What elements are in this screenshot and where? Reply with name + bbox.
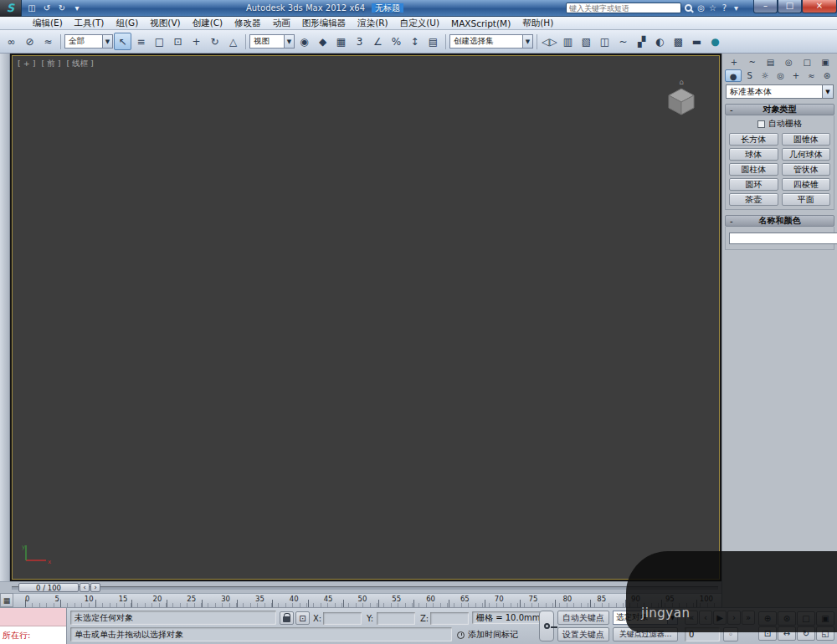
material-editor-button[interactable]: ◐: [651, 33, 669, 50]
tab-modify[interactable]: ~: [743, 56, 762, 69]
front-viewport[interactable]: [ + ][ 前 ][ 线框 ] ⌂ x: [12, 55, 720, 580]
window-crossing-toggle[interactable]: ⊡: [169, 33, 187, 50]
curve-editor-button[interactable]: ~: [614, 33, 632, 50]
z-coordinate-field[interactable]: [430, 612, 469, 625]
object-type-rollout-header[interactable]: - 对象类型: [725, 104, 834, 115]
menu-modifiers[interactable]: 修改器: [229, 18, 267, 29]
listener-pane[interactable]: 所在行:: [0, 626, 66, 644]
macro-recorder-pane[interactable]: [0, 608, 66, 626]
use-center-flyout-button[interactable]: ◉: [295, 33, 313, 50]
selection-filter-dropdown[interactable]: 全部 ▼: [64, 34, 113, 49]
select-and-scale-button[interactable]: △: [224, 33, 242, 50]
set-keys-button[interactable]: [539, 611, 554, 641]
y-coordinate-field[interactable]: [377, 612, 415, 625]
category-shapes[interactable]: S: [742, 69, 757, 82]
bind-to-space-warp-button[interactable]: ≈: [39, 33, 57, 50]
named-selection-sets-dropdown[interactable]: 创建选择集 ▼: [449, 34, 533, 49]
button-sphere[interactable]: 球体: [729, 148, 778, 161]
menu-create[interactable]: 创建(C): [187, 18, 229, 29]
mirror-button[interactable]: ◁▷: [541, 33, 558, 50]
select-and-link-button[interactable]: ∞: [3, 33, 20, 50]
angle-snap-button[interactable]: ∠: [369, 33, 387, 50]
category-lights[interactable]: ☼: [757, 69, 773, 82]
tab-motion[interactable]: ◎: [779, 56, 798, 69]
communication-center-button[interactable]: ◎: [696, 3, 706, 14]
save-button[interactable]: ◫: [25, 3, 39, 14]
tab-utilities[interactable]: ▣: [816, 56, 834, 69]
menu-help[interactable]: 帮助(H): [516, 18, 559, 29]
select-by-name-button[interactable]: ≡: [132, 33, 150, 50]
viewport-general-menu[interactable]: [ + ]: [18, 59, 35, 69]
select-and-rotate-button[interactable]: ↻: [206, 33, 223, 50]
select-object-button[interactable]: ↖: [114, 33, 131, 50]
button-torus[interactable]: 圆环: [729, 178, 778, 191]
category-cameras[interactable]: ◎: [773, 69, 788, 82]
menu-edit[interactable]: 编辑(E): [27, 18, 69, 29]
open-mini-curve-editor-button[interactable]: ▦: [0, 593, 13, 607]
layer-manager-button[interactable]: ▧: [578, 33, 595, 50]
set-key-toggle[interactable]: 设置关键点: [557, 627, 609, 641]
ribbon-toggle-button[interactable]: ◫: [596, 33, 614, 50]
tab-display[interactable]: □: [798, 56, 816, 69]
menu-tools[interactable]: 工具(T): [69, 18, 110, 29]
menu-customize[interactable]: 自定义(U): [394, 18, 445, 29]
button-cone[interactable]: 圆锥体: [782, 133, 831, 146]
button-cylinder[interactable]: 圆柱体: [729, 163, 778, 176]
category-helpers[interactable]: +: [788, 69, 804, 82]
menu-maxscript[interactable]: MAXScript(M): [445, 18, 516, 28]
undo-button[interactable]: ↺: [40, 3, 54, 14]
help-button[interactable]: ?: [719, 3, 730, 14]
rendered-frame-window-button[interactable]: ▬: [688, 33, 706, 50]
spinner-snap-button[interactable]: ↕: [406, 33, 424, 50]
render-production-button[interactable]: ●: [706, 33, 724, 50]
viewcube-cube-icon[interactable]: [665, 87, 697, 115]
viewport-pov-menu[interactable]: [ 前 ]: [41, 59, 60, 69]
autogrid-checkbox[interactable]: [757, 120, 765, 128]
quick-access-dropdown[interactable]: ▾: [70, 3, 84, 14]
snaps-toggle-button[interactable]: 3: [351, 33, 368, 50]
close-button[interactable]: ×: [802, 0, 837, 13]
add-time-tag[interactable]: 添加时间标记: [457, 629, 518, 641]
menu-group[interactable]: 组(G): [110, 18, 144, 29]
time-slider-handle[interactable]: 0 / 100: [18, 583, 79, 592]
search-input[interactable]: [567, 3, 680, 13]
viewport-shading-menu[interactable]: [ 线框 ]: [66, 59, 93, 69]
selection-lock-toggle[interactable]: [280, 611, 294, 625]
time-slider-track[interactable]: [12, 586, 718, 590]
absolute-mode-toggle[interactable]: ⊡: [295, 611, 310, 625]
render-setup-button[interactable]: ▩: [670, 33, 687, 50]
favorites-button[interactable]: ☆: [707, 3, 718, 14]
button-pyramid[interactable]: 四棱锥: [782, 178, 831, 191]
select-and-move-button[interactable]: +: [187, 33, 205, 50]
maximize-button[interactable]: □: [778, 0, 802, 13]
keyboard-override-toggle[interactable]: ▦: [332, 33, 350, 50]
button-geosphere[interactable]: 几何球体: [782, 148, 831, 161]
tab-hierarchy[interactable]: ▤: [762, 56, 780, 69]
schematic-view-button[interactable]: ▞: [633, 33, 650, 50]
next-key-button[interactable]: ›: [90, 583, 100, 592]
infocenter-dropdown[interactable]: ▾: [731, 3, 742, 14]
select-and-manipulate-button[interactable]: ◆: [314, 33, 331, 50]
object-name-field[interactable]: [729, 233, 837, 244]
application-menu-button[interactable]: S: [0, 0, 22, 17]
previous-key-button[interactable]: ‹: [80, 583, 90, 592]
button-tube[interactable]: 管状体: [782, 163, 831, 176]
name-color-rollout-header[interactable]: - 名称和颜色: [725, 215, 834, 227]
viewcube[interactable]: ⌂: [665, 78, 697, 118]
category-systems[interactable]: ⊛: [819, 69, 834, 82]
auto-key-toggle[interactable]: 自动关键点: [557, 611, 609, 625]
menu-views[interactable]: 视图(V): [144, 18, 186, 29]
category-space-warps[interactable]: ≈: [804, 69, 819, 82]
viewcube-home-icon[interactable]: ⌂: [665, 78, 697, 86]
percent-snap-button[interactable]: %: [388, 33, 405, 50]
rectangular-selection-region-button[interactable]: □: [151, 33, 168, 50]
tab-create[interactable]: +: [725, 56, 743, 69]
menu-rendering[interactable]: 渲染(R): [352, 18, 394, 29]
reference-coordinate-dropdown[interactable]: 视图 ▼: [249, 34, 295, 49]
category-geometry[interactable]: ●: [725, 69, 742, 82]
search-icon[interactable]: [685, 4, 692, 12]
geometry-subtype-dropdown[interactable]: 标准基本体 ▼: [726, 84, 834, 99]
menu-animation[interactable]: 动画: [267, 18, 296, 29]
minimize-button[interactable]: –: [753, 0, 778, 13]
button-plane[interactable]: 平面: [782, 193, 831, 206]
